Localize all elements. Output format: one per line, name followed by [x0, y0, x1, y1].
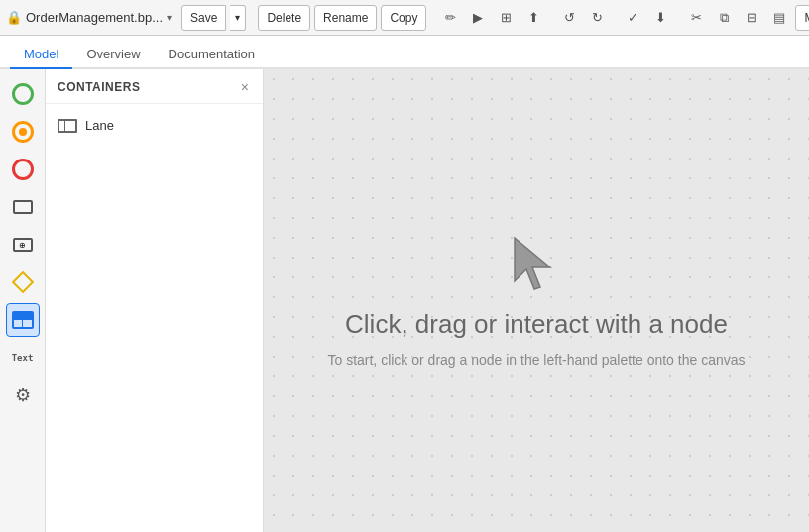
list-item[interactable]: Lane: [46, 112, 263, 139]
palette: ⊕ Text ⚙: [0, 69, 46, 532]
upload-icon: ⬆: [528, 10, 539, 25]
lane-label: Lane: [85, 118, 114, 133]
layout-button[interactable]: ⊟: [740, 5, 763, 31]
titlebar-title: OrderManagement.bp... ▾: [26, 10, 172, 25]
tab-model[interactable]: Model: [10, 41, 72, 69]
task-icon: [13, 200, 33, 214]
containers-list: Lane: [46, 104, 263, 147]
tab-documentation[interactable]: Documentation: [155, 41, 269, 69]
copy2-button[interactable]: ⧉: [712, 5, 736, 31]
panel-area: CONTAINERS × Lane Click, drag or interac…: [46, 69, 809, 532]
subprocess-icon: ⊕: [13, 238, 33, 252]
titlebar: 🔒 OrderManagement.bp... ▾ Save ▾ Delete …: [0, 0, 809, 36]
migrate-button[interactable]: Migrate: [795, 5, 809, 31]
tabbar: Model Overview Documentation: [0, 36, 809, 69]
copy-button[interactable]: Copy: [381, 5, 426, 31]
canvas[interactable]: Click, drag or interact with a node To s…: [264, 69, 809, 532]
palette-item-subprocess[interactable]: ⊕: [6, 228, 40, 262]
canvas-hint-subtitle: To start, click or drag a node in the le…: [327, 352, 745, 368]
gear-icon: ⚙: [15, 384, 31, 406]
edit-icon-button[interactable]: ✏: [438, 5, 462, 31]
svg-marker-0: [515, 238, 550, 289]
gateway-icon: [11, 271, 34, 294]
save-button[interactable]: Save: [181, 5, 226, 31]
palette-item-settings[interactable]: ⚙: [6, 378, 40, 412]
check-button[interactable]: ✓: [621, 5, 644, 31]
end-event-icon: [12, 159, 34, 180]
layout-icon: ⊟: [747, 10, 757, 25]
chevron-down-icon: ▾: [235, 12, 240, 23]
canvas-hint-title: Click, drag or interact with a node: [345, 309, 728, 340]
tab-overview[interactable]: Overview: [72, 41, 154, 69]
check-icon: ✓: [628, 10, 638, 25]
lane-icon: [58, 119, 77, 133]
upload-button[interactable]: ⬆: [521, 5, 545, 31]
rename-button[interactable]: Rename: [314, 5, 377, 31]
title-chevron-icon[interactable]: ▾: [167, 12, 172, 23]
undo-icon: ↺: [564, 10, 575, 25]
undo-button[interactable]: ↺: [557, 5, 581, 31]
grid-icon: ⊞: [501, 10, 512, 25]
download-icon: ⬇: [655, 10, 666, 25]
cut-icon: ✂: [691, 10, 702, 25]
main-area: ⊕ Text ⚙ CONTAINERS ×: [0, 69, 809, 532]
edit-icon: ✏: [445, 10, 456, 25]
palette-item-intermediate[interactable]: [6, 115, 40, 149]
delete-button[interactable]: Delete: [258, 5, 310, 31]
cursor-icon: [511, 234, 562, 293]
redo-button[interactable]: ↻: [585, 5, 609, 31]
palette-item-start[interactable]: [6, 77, 40, 111]
redo-icon: ↻: [592, 10, 603, 25]
palette-item-task[interactable]: [6, 190, 40, 224]
palette-item-end[interactable]: [6, 153, 40, 186]
grid-button[interactable]: ⊞: [494, 5, 518, 31]
palette-item-containers[interactable]: [6, 303, 40, 337]
containers-panel-title: CONTAINERS: [58, 80, 140, 94]
artifacts-icon: Text: [12, 353, 34, 363]
more-icon: ▤: [773, 10, 785, 25]
containers-panel-close-button[interactable]: ×: [239, 79, 251, 95]
save-dropdown-button[interactable]: ▾: [230, 5, 246, 31]
containers-icon: [12, 311, 34, 329]
containers-panel-header: CONTAINERS ×: [46, 69, 263, 104]
copy-icon: ⧉: [720, 10, 729, 26]
file-name: OrderManagement.bp...: [26, 10, 163, 25]
play-button[interactable]: ▶: [466, 5, 490, 31]
download-button[interactable]: ⬇: [648, 5, 672, 31]
palette-item-artifacts[interactable]: Text: [6, 341, 40, 374]
palette-item-gateway[interactable]: [6, 266, 40, 299]
more-button[interactable]: ▤: [767, 5, 791, 31]
cut-button[interactable]: ✂: [684, 5, 708, 31]
intermediate-event-icon: [12, 121, 34, 143]
start-event-icon: [12, 83, 34, 105]
containers-panel: CONTAINERS × Lane: [46, 69, 264, 532]
lock-icon: 🔒: [6, 10, 22, 25]
play-icon: ▶: [473, 10, 483, 25]
